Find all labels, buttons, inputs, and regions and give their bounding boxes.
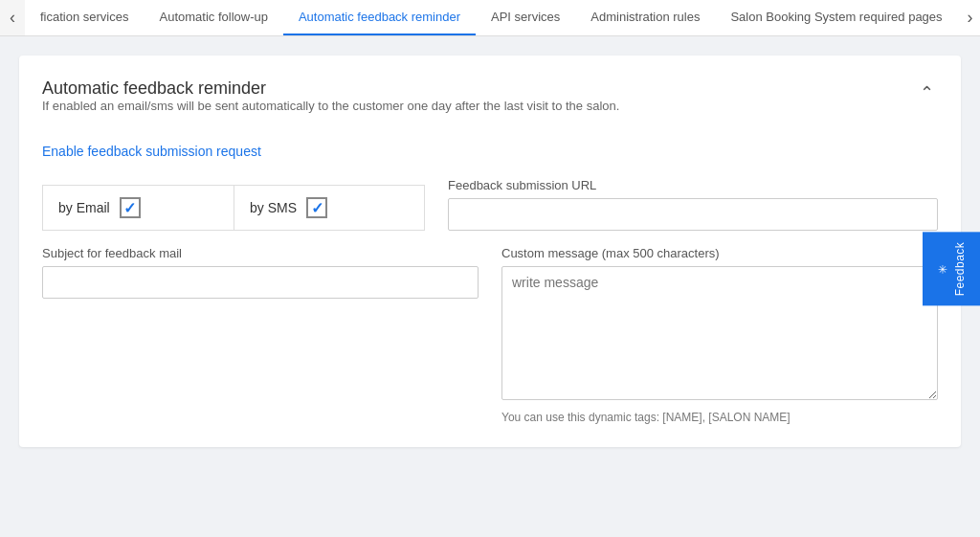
form-row: Subject for feedback mail Custom message… (42, 246, 938, 424)
card-subtitle: If enabled an email/sms will be sent aut… (42, 99, 619, 113)
tab-fication-services[interactable]: fication services (25, 0, 144, 36)
main-content: Automatic feedback reminder If enabled a… (0, 36, 980, 466)
subject-input[interactable] (42, 266, 479, 299)
section-title: Enable feedback submission request (42, 144, 938, 159)
message-label: Custom message (max 500 characters) (501, 246, 938, 260)
sms-checkbox-group: by SMS (234, 185, 425, 231)
card-title: Automatic feedback reminder (42, 78, 619, 99)
email-checkbox-group: by Email (42, 185, 234, 231)
card-header-text: Automatic feedback reminder If enabled a… (42, 78, 619, 136)
tab-salon-booking-system[interactable]: Salon Booking System required pages (715, 0, 957, 36)
subject-label: Subject for feedback mail (42, 246, 479, 260)
tab-prev-button[interactable]: ‹ (0, 0, 25, 36)
email-label: by Email (58, 200, 110, 215)
feedback-button[interactable]: ✳ Feedback (923, 232, 980, 305)
tab-administration-rules[interactable]: Administration rules (575, 0, 715, 36)
message-textarea[interactable] (501, 266, 938, 400)
checkbox-groups: by Email by SMS (42, 185, 425, 231)
tab-bar: ‹ fication servicesAutomatic follow-upAu… (0, 0, 980, 36)
settings-card: Automatic feedback reminder If enabled a… (19, 56, 961, 447)
sms-checkbox[interactable] (306, 197, 327, 218)
url-wrapper: Feedback submission URL (448, 178, 938, 231)
email-checkbox[interactable] (120, 197, 141, 218)
tab-api-services[interactable]: API services (476, 0, 575, 36)
message-col: Custom message (max 500 characters) You … (501, 246, 938, 424)
card-header: Automatic feedback reminder If enabled a… (42, 78, 938, 136)
top-section: by Email by SMS Feedback submission URL (42, 178, 938, 231)
collapse-button[interactable]: ⌃ (916, 78, 938, 107)
url-label: Feedback submission URL (448, 178, 938, 192)
tab-next-button[interactable]: › (958, 0, 980, 36)
feedback-icon: ✳ (936, 261, 949, 276)
url-input[interactable] (448, 198, 938, 231)
tab-automatic-feedback-reminder[interactable]: Automatic feedback reminder (283, 0, 476, 36)
hint-text: You can use this dynamic tags: [NAME], [… (501, 411, 938, 424)
subject-col: Subject for feedback mail (42, 246, 479, 424)
tab-automatic-follow-up[interactable]: Automatic follow-up (144, 0, 282, 36)
sms-label: by SMS (250, 200, 297, 215)
feedback-side-wrapper: ✳ Feedback (923, 232, 980, 305)
feedback-label: Feedback (953, 241, 967, 296)
